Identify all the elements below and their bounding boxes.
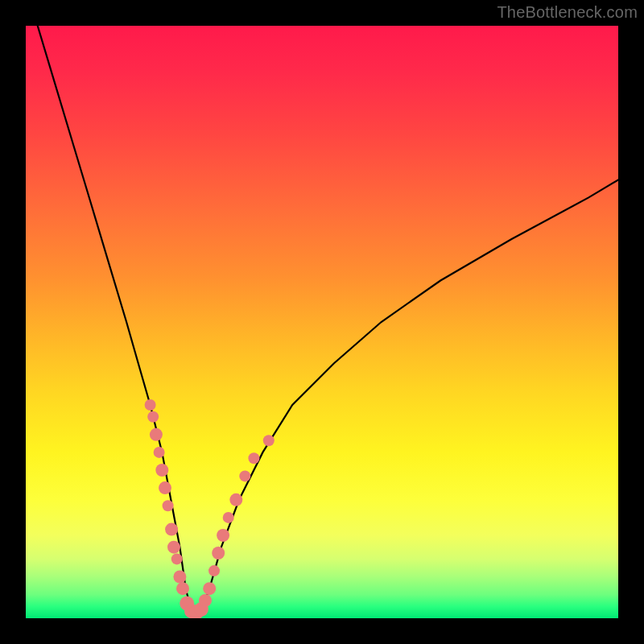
marker-dot [208,565,220,576]
marker-dot [203,582,216,595]
marker-dot [176,582,189,595]
marker-dot [150,428,163,441]
marker-dot [223,512,234,523]
marker-dot [154,447,165,458]
marker-dot [147,411,159,423]
marker-dot [159,481,171,494]
watermark-text: TheBottleneck.com [497,3,638,22]
marker-dot [165,523,178,536]
plot-area [26,26,618,618]
bottleneck-curve [38,26,618,613]
marker-dot [145,399,156,411]
marker-dot [212,547,225,559]
marker-dot [155,464,168,477]
curve-layer [26,26,618,618]
marker-dot [199,594,212,607]
highlight-markers [145,399,275,618]
chart-frame: TheBottleneck.com [0,0,644,644]
marker-dot [167,541,180,554]
marker-dot [217,529,229,542]
marker-dot [248,452,259,464]
marker-dot [173,571,186,584]
marker-dot [171,553,183,564]
marker-dot [263,435,275,446]
marker-dot [163,500,174,511]
marker-dot [229,493,242,506]
marker-dot [239,470,250,481]
